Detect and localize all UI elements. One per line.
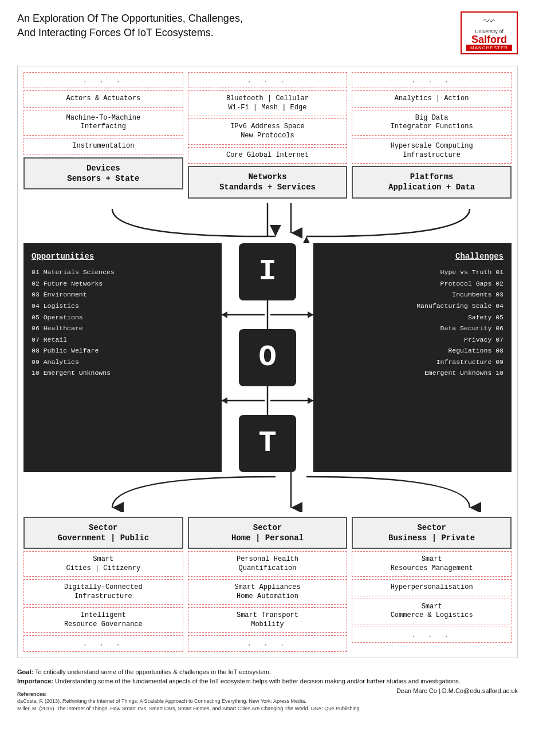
opp-02: 02 Future Networks	[32, 278, 214, 290]
opp-04: 04 Logistics	[32, 300, 214, 312]
opp-10: 10 Emergent Unknowns	[32, 367, 214, 379]
smart-appliances-box: Smart Appliances Home Automation	[188, 579, 348, 605]
importance-label: Importance:	[17, 678, 53, 684]
ch-07: Privacy 07	[321, 334, 503, 346]
importance-text: Understanding some of the fundamental as…	[53, 678, 461, 684]
top-arrows-svg	[23, 203, 512, 243]
m2m-box: Machine-To-Machine Interfacing	[23, 110, 183, 136]
ch-04: Manufacturing Scale 04	[321, 300, 503, 312]
hyperscale-box: Hyperscale Computing Infrastructure	[352, 138, 512, 164]
iot-o-box: O	[239, 329, 296, 386]
bottom-section: Sector Government | Public Smart Cities …	[23, 517, 512, 652]
smart-resources-box: Smart Resources Management	[352, 551, 512, 577]
title-line2: And Interacting Forces Of IoT Ecosystems…	[17, 26, 243, 40]
iot-i-box: I	[239, 243, 296, 300]
logo-manchester-text: MANCHESTER	[466, 45, 512, 51]
ch-03: Incumbents 03	[321, 289, 503, 300]
goal-text: To critically understand some of the opp…	[33, 668, 271, 675]
svg-marker-10	[308, 311, 313, 318]
opp-03: 03 Environment	[32, 289, 214, 300]
footer: Goal: To critically understand some of t…	[17, 667, 518, 713]
actors-actuators-box: Actors & Actuators	[23, 90, 183, 108]
svg-marker-13	[222, 397, 227, 404]
intelligent-resource-box: Intelligent Resource Governance	[23, 607, 183, 633]
o-to-t-connector	[222, 386, 313, 415]
hyperpersonalisation-box: Hyperpersonalisation	[352, 579, 512, 596]
analytics-action-box: Analytics | Action	[352, 90, 512, 108]
middle-section: Opportunities 01 Materials Sciences 02 F…	[23, 243, 512, 472]
opportunities-panel: Opportunities 01 Materials Sciences 02 F…	[23, 243, 222, 472]
iot-center-column: I O	[222, 243, 313, 472]
opp-05: 05 Operations	[32, 312, 214, 323]
opp-06: 06 Healthcare	[32, 323, 214, 334]
i-to-o-connector	[222, 300, 313, 329]
iot-i-letter: I	[258, 255, 276, 288]
opp-08: 08 Public Welfare	[32, 345, 214, 357]
bottom-col-government: Sector Government | Public Smart Cities …	[23, 517, 183, 652]
col2-dots: . . .	[188, 72, 348, 88]
top-arrow-area	[23, 203, 512, 243]
svg-marker-15	[308, 397, 313, 404]
challenges-panel: Challenges Hype vs Truth 01 Protocol Gap…	[313, 243, 512, 472]
opp-07: 07 Retail	[32, 334, 214, 346]
ch-06: Data Security 06	[321, 323, 503, 334]
bigdata-box: Big Data Integrator Functions	[352, 110, 512, 136]
top-col-devices: . . . Actors & Actuators Machine-To-Mach…	[23, 72, 183, 199]
bluetooth-box: Bluetooth | Cellular Wi-Fi | Mesh | Edge	[188, 90, 348, 116]
col1-dots: . . .	[23, 72, 183, 88]
opp-09: 09 Analytics	[32, 357, 214, 368]
ch-01: Hype vs Truth 01	[321, 267, 503, 278]
iot-t-box: T	[239, 415, 296, 472]
bottom-arrow-area	[23, 472, 512, 512]
o-to-t-svg	[222, 386, 313, 415]
col1-bottom-dots: . . .	[23, 635, 183, 651]
business-bold-box: Sector Business | Private	[352, 517, 512, 549]
top-section: . . . Actors & Actuators Machine-To-Mach…	[23, 72, 512, 199]
main-diagram: . . . Actors & Actuators Machine-To-Mach…	[17, 66, 518, 658]
top-col-networks: . . . Bluetooth | Cellular Wi-Fi | Mesh …	[188, 72, 348, 199]
university-logo: 〰 University of Salford MANCHESTER	[461, 11, 518, 54]
i-to-o-svg	[222, 300, 313, 329]
instrumentation-box: Instrumentation	[23, 138, 183, 155]
networks-bold-box: Networks Standards + Services	[188, 166, 348, 198]
footer-goal-section: Goal: To critically understand some of t…	[17, 667, 518, 686]
logo-wave-icon: 〰	[466, 15, 512, 29]
bottom-col-business: Sector Business | Private Smart Resource…	[352, 517, 512, 652]
platforms-bold-box: Platforms Application + Data	[352, 166, 512, 198]
col2-bottom-dots: . . .	[188, 635, 348, 651]
opportunities-title: Opportunities	[32, 250, 214, 264]
home-bold-box: Sector Home | Personal	[188, 517, 348, 549]
ch-08: Regulations 08	[321, 345, 503, 357]
ch-02: Protocol Gaps 02	[321, 278, 503, 290]
core-internet-box: Core Global Internet	[188, 147, 348, 164]
iot-t-letter: T	[258, 426, 276, 460]
iot-o-letter: O	[258, 341, 276, 374]
footer-email: Dean Marc Co | D.M.Co@edu.salford.ac.uk	[396, 686, 518, 696]
digitally-connected-box: Digitally-Connected Infrastructure	[23, 579, 183, 605]
refs-title: References:	[17, 691, 47, 697]
ipv6-box: IPv6 Address Space New Protocols	[188, 118, 348, 144]
government-bold-box: Sector Government | Public	[23, 517, 183, 549]
col3-bottom-dots: . . .	[352, 627, 512, 643]
header: An Exploration Of The Opportunities, Cha…	[17, 11, 518, 54]
ref1: daCosta, F. (2013). Rethinking the Inter…	[17, 698, 306, 704]
top-col-platforms: . . . Analytics | Action Big Data Integr…	[352, 72, 512, 199]
ch-09: Infrastructure 09	[321, 357, 503, 368]
devices-bold-box: Devices Sensors + State	[23, 157, 183, 189]
bottom-arrows-svg	[23, 472, 512, 512]
header-title: An Exploration Of The Opportunities, Cha…	[17, 11, 243, 40]
ch-05: Safety 05	[321, 312, 503, 323]
title-line1: An Exploration Of The Opportunities, Cha…	[17, 11, 243, 26]
opp-01: 01 Materials Sciences	[32, 267, 214, 278]
ch-10: Emergent Unknowns 10	[321, 367, 503, 379]
col3-dots: . . .	[352, 72, 512, 88]
smart-transport-box: Smart Transport Mobility	[188, 607, 348, 633]
bottom-col-home: Sector Home | Personal Personal Health Q…	[188, 517, 348, 652]
ref2: Miller, M. (2015). The Internet of Thing…	[17, 706, 361, 711]
smart-cities-box: Smart Cities | Citizenry	[23, 551, 183, 577]
personal-health-box: Personal Health Quantification	[188, 551, 348, 577]
logo-salford-text: Salford	[466, 34, 512, 45]
challenges-title: Challenges	[321, 250, 503, 264]
smart-commerce-box: Smart Commerce & Logistics	[352, 599, 512, 624]
svg-marker-8	[222, 311, 227, 318]
